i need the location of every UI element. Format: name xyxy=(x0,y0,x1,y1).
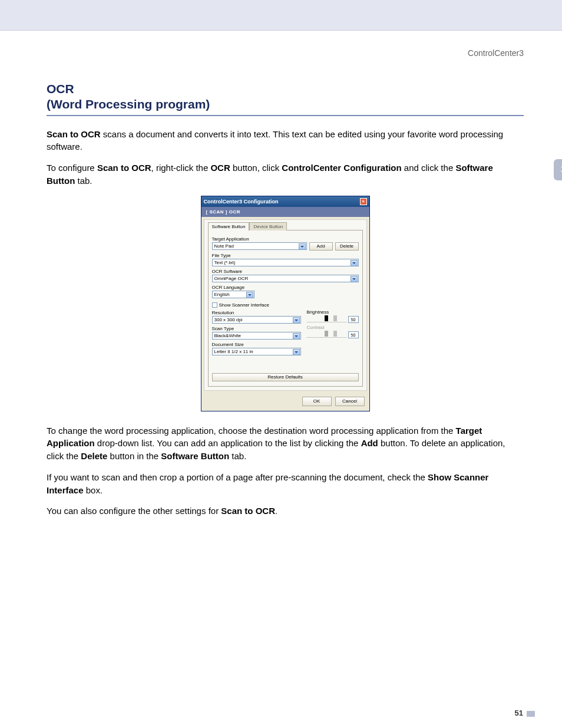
select-value: Text (*.txt) xyxy=(214,260,236,265)
show-scanner-checkbox[interactable] xyxy=(212,302,217,308)
heading-line-1: OCR xyxy=(47,82,74,95)
select-value: 300 x 300 dpi xyxy=(214,317,243,322)
text: tab. xyxy=(75,176,92,186)
tab-device-button[interactable]: Device Button xyxy=(249,222,287,230)
text-bold: Scan to OCR xyxy=(97,163,151,173)
ocr-language-select[interactable]: English xyxy=(212,291,254,298)
label-brightness: Brightness xyxy=(307,309,359,315)
heading-line-2: (Word Processing program) xyxy=(47,97,210,111)
label-scan-type: Scan Type xyxy=(212,326,301,331)
resolution-select[interactable]: 300 x 300 dpi xyxy=(212,316,301,324)
configure-paragraph: To configure Scan to OCR, right-click th… xyxy=(47,162,524,187)
text: button in the xyxy=(107,451,161,461)
top-bar xyxy=(0,0,562,31)
text: tab. xyxy=(229,451,246,461)
text: button, click xyxy=(230,163,282,173)
text-bold: Scan to OCR xyxy=(221,506,275,516)
add-button[interactable]: Add xyxy=(309,242,333,251)
dialog-subheader: [ SCAN ] OCR xyxy=(201,207,369,217)
after-paragraph-2: If you want to scan and then crop a port… xyxy=(47,471,524,497)
after-paragraph-3: You can also configure the other setting… xyxy=(47,505,524,518)
config-dialog: ControlCenter3 Configuration × [ SCAN ] … xyxy=(201,196,370,411)
ocr-software-select[interactable]: OmniPage OCR xyxy=(212,275,359,282)
target-app-select[interactable]: Note Pad xyxy=(212,242,307,250)
text: You can also configure the other setting… xyxy=(47,506,221,516)
dialog-title: ControlCenter3 Configuration xyxy=(204,199,279,205)
label-resolution: Resolution xyxy=(212,310,301,315)
intro-lead: Scan to OCR xyxy=(47,129,101,139)
select-value: Note Pad xyxy=(214,243,234,249)
select-value: English xyxy=(214,292,230,297)
intro-paragraph: Scan to OCR scans a document and convert… xyxy=(47,128,524,154)
text: box. xyxy=(84,485,103,495)
label-file-type: File Type xyxy=(212,253,359,258)
label-ocr-language: OCR Language xyxy=(212,285,359,290)
text-bold: OCR xyxy=(210,163,230,173)
close-icon[interactable]: × xyxy=(360,198,367,205)
label-ocr-software: OCR Software xyxy=(212,269,359,274)
text: To configure xyxy=(47,163,97,173)
text: drop-down list. You can add an applicati… xyxy=(95,438,361,448)
text: To change the word processing applicatio… xyxy=(47,426,456,436)
section-heading: OCR (Word Processing program) xyxy=(47,81,524,116)
text: and click the xyxy=(402,163,456,173)
label-contrast: Contrast xyxy=(307,325,359,330)
text-bold: Add xyxy=(361,438,378,448)
select-value: Black&White xyxy=(214,333,241,338)
contrast-value: 50 xyxy=(348,331,359,338)
label-document-size: Document Size xyxy=(212,342,301,347)
text: . xyxy=(275,506,277,516)
select-value: Letter 8 1/2 x 11 in xyxy=(214,349,253,354)
intro-rest: scans a document and converts it into te… xyxy=(47,129,503,152)
file-type-select[interactable]: Text (*.txt) xyxy=(212,259,359,266)
label-target-app: Target Application xyxy=(212,236,359,242)
cancel-button[interactable]: Cancel xyxy=(335,397,365,406)
select-value: OmniPage OCR xyxy=(214,276,249,281)
brightness-value[interactable]: 50 xyxy=(348,316,359,323)
contrast-slider xyxy=(307,332,346,338)
text: If you want to scan and then crop a port… xyxy=(47,472,428,482)
text-bold: ControlCenter Configuration xyxy=(282,163,401,173)
restore-defaults-button[interactable]: Restore Defaults xyxy=(212,373,359,381)
brightness-slider[interactable] xyxy=(307,317,346,322)
scan-type-select[interactable]: Black&White xyxy=(212,332,301,340)
text-bold: Software Button xyxy=(161,451,229,461)
text-bold: Delete xyxy=(81,451,107,461)
chapter-side-tab: 3 xyxy=(554,159,562,180)
tab-software-button[interactable]: Software Button xyxy=(208,222,250,230)
text: , right-click the xyxy=(151,163,211,173)
after-paragraph-1: To change the word processing applicatio… xyxy=(47,424,524,463)
delete-button[interactable]: Delete xyxy=(335,242,359,251)
ok-button[interactable]: OK xyxy=(302,397,332,406)
document-size-select[interactable]: Letter 8 1/2 x 11 in xyxy=(212,348,301,355)
dialog-titlebar: ControlCenter3 Configuration × xyxy=(201,196,369,207)
label-show-scanner: Show Scanner Interface xyxy=(219,302,269,308)
breadcrumb: ControlCenter3 xyxy=(47,48,524,58)
